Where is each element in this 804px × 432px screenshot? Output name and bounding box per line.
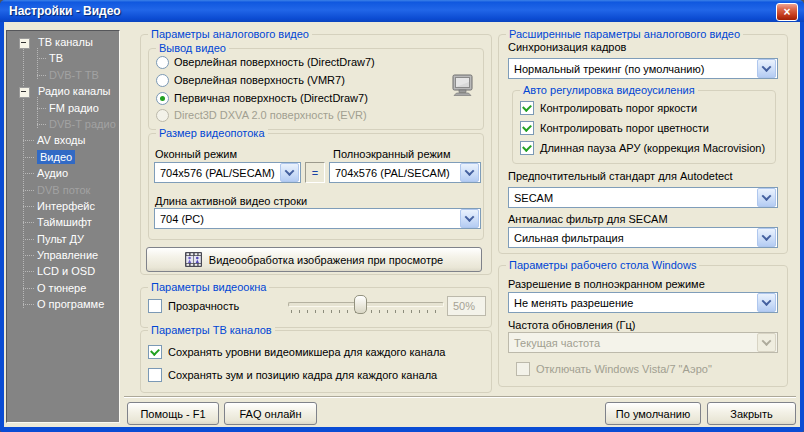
preferred-standard-select[interactable]: SECAM xyxy=(508,187,778,208)
sidebar-item-tv-channels[interactable]: ТВ каналы xyxy=(7,34,119,50)
close-dialog-button[interactable]: Закрыть xyxy=(707,402,796,425)
radio-icon xyxy=(156,56,169,69)
footer-divider xyxy=(124,396,796,398)
sidebar-item-dvbt-tv: DVB-T ТВ xyxy=(7,67,119,83)
sidebar-item-dvbt-radio: DVB-T радио xyxy=(7,116,119,132)
group-title: Вывод видео xyxy=(156,42,229,55)
frame-sync-label: Синхронизация кадров xyxy=(508,41,626,53)
sidebar-item-control[interactable]: Управление xyxy=(7,247,119,263)
help-button[interactable]: Помощь - F1 xyxy=(127,402,219,425)
settings-tree: ТВ каналы ТВ DVB-T ТВ Радио каналы FM ра… xyxy=(7,34,119,313)
collapse-minus-icon[interactable] xyxy=(19,38,30,49)
frame-sync-select[interactable]: Нормальный трекинг (по умолчанию) xyxy=(508,58,778,79)
settings-nav-sidebar: ТВ каналы ТВ DVB-T ТВ Радио каналы FM ра… xyxy=(6,30,120,423)
fullscreen-resolution-label: Разрешение в полноэкранном режиме xyxy=(508,278,705,290)
group-title: Размер видеопотока xyxy=(156,127,268,140)
sidebar-item-video[interactable]: Видео xyxy=(7,149,119,165)
group-title: Параметры рабочего стола Windows xyxy=(506,259,699,272)
checkbox-checked-icon xyxy=(520,101,534,115)
chevron-down-icon xyxy=(460,209,479,228)
sidebar-item-tv[interactable]: ТВ xyxy=(7,50,119,66)
film-strip-icon xyxy=(185,252,202,267)
line-length-label: Длина активной видео строки xyxy=(155,195,307,207)
sidebar-item-lcd-osd[interactable]: LCD и OSD xyxy=(7,263,119,279)
window-title: Настройки - Видео xyxy=(0,4,121,18)
sidebar-item-about-program[interactable]: О программе xyxy=(7,296,119,312)
sidebar-item-dvb-stream: DVB поток xyxy=(7,182,119,198)
refresh-rate-select: Текущая частота xyxy=(508,332,778,353)
close-button[interactable]: × xyxy=(776,3,798,21)
transparency-value-field: 50% xyxy=(447,296,486,316)
save-mixer-levels-checkbox[interactable]: Сохранять уровни видеомикшера для каждог… xyxy=(148,345,445,359)
refresh-rate-label: Частота обновления (Гц) xyxy=(508,319,635,331)
radio-selected-icon xyxy=(156,92,169,105)
line-length-select[interactable]: 704 (РС) xyxy=(154,208,481,229)
fullscreen-mode-label: Полноэкранный режим xyxy=(333,148,451,160)
transparency-checkbox[interactable]: Прозрачность xyxy=(148,299,239,313)
radio-overlay-vmr7[interactable]: Оверлейная поверхность (VMR7) xyxy=(156,73,345,87)
checkbox-checked-icon xyxy=(520,141,534,155)
radio-primary-directdraw7[interactable]: Первичная поверхность (DirectDraw7) xyxy=(156,91,368,105)
group-title: Расширенные параметры аналогового видео xyxy=(506,28,743,41)
defaults-button[interactable]: По умолчанию xyxy=(605,402,701,425)
video-processing-button[interactable]: Видеообработка изображения при просмотре xyxy=(146,247,482,272)
faq-online-button[interactable]: FAQ онлайн xyxy=(224,402,317,425)
slider-thumb[interactable] xyxy=(354,295,367,314)
transparency-slider[interactable] xyxy=(288,296,444,314)
sidebar-item-interface[interactable]: Интерфейс xyxy=(7,198,119,214)
fullscreen-size-select[interactable]: 704x576 (PAL/SECAM) xyxy=(329,162,481,183)
collapse-minus-icon[interactable] xyxy=(19,87,30,98)
sidebar-item-fm-radio[interactable]: FM радио xyxy=(7,100,119,116)
group-title: Параметры видеоокна xyxy=(148,281,269,294)
sidebar-item-audio[interactable]: Аудио xyxy=(7,165,119,181)
title-bar: Настройки - Видео × xyxy=(0,0,804,22)
checkbox-icon xyxy=(148,299,162,313)
preferred-standard-label: Предпочтительный стандарт для Autodetect xyxy=(508,170,733,182)
chevron-down-icon xyxy=(757,333,776,352)
sidebar-item-av-inputs[interactable]: AV входы xyxy=(7,132,119,148)
radio-disabled-icon xyxy=(156,109,169,122)
monitor-icon xyxy=(450,74,476,98)
chevron-down-icon xyxy=(757,188,776,207)
chevron-down-icon xyxy=(757,293,776,312)
agc-pause-checkbox[interactable]: Длинная пауза АРУ (коррекция Macrovision… xyxy=(520,141,765,155)
tv-channels-params-group: Параметры ТВ каналов xyxy=(140,330,492,393)
save-zoom-position-checkbox[interactable]: Сохранять зум и позицию кадра для каждог… xyxy=(148,368,437,382)
brightness-threshold-checkbox[interactable]: Контролировать порог яркости xyxy=(520,101,697,115)
windowed-mode-label: Оконный режим xyxy=(155,148,237,160)
sidebar-item-timeshift[interactable]: Таймшифт xyxy=(7,214,119,230)
sidebar-item-remote[interactable]: Пульт ДУ xyxy=(7,231,119,247)
chroma-threshold-checkbox[interactable]: Контролировать порог цветности xyxy=(520,121,709,135)
dialog-body: ТВ каналы ТВ DVB-T ТВ Радио каналы FM ра… xyxy=(4,22,800,427)
group-title: Параметры ТВ каналов xyxy=(148,324,275,337)
checkbox-disabled-icon xyxy=(516,362,530,376)
disable-aero-checkbox: Отключать Windows Vista/7 "Аэро" xyxy=(516,362,712,376)
sidebar-item-radio-channels[interactable]: Радио каналы xyxy=(7,83,119,99)
selected-item-highlight: Видео xyxy=(37,150,75,164)
chevron-down-icon xyxy=(757,228,776,247)
close-icon: × xyxy=(783,6,790,18)
settings-window: Настройки - Видео × ТВ каналы ТВ DVB-T Т… xyxy=(0,0,804,432)
checkbox-icon xyxy=(148,368,162,382)
antialias-filter-select[interactable]: Сильная фильтрация xyxy=(508,227,778,248)
radio-dxva-evr: Direct3D DXVA 2.0 поверхность (EVR) xyxy=(156,108,367,122)
chevron-down-icon xyxy=(280,163,299,182)
group-title: Авто регулировка видеоусиления xyxy=(520,84,698,97)
fullscreen-resolution-select[interactable]: Не менять разрешение xyxy=(508,292,778,313)
chevron-down-icon xyxy=(757,59,776,78)
radio-overlay-directdraw7[interactable]: Оверлейная поверхность (DirectDraw7) xyxy=(156,55,375,69)
radio-icon xyxy=(156,74,169,87)
checkbox-checked-icon xyxy=(520,121,534,135)
checkbox-checked-icon xyxy=(148,345,162,359)
windowed-size-select[interactable]: 704x576 (PAL/SECAM) xyxy=(154,162,301,183)
sidebar-item-about-tuner[interactable]: О тюнере xyxy=(7,280,119,296)
chevron-down-icon xyxy=(460,163,479,182)
antialias-filter-label: Антиалиас фильтр для SECAM xyxy=(508,213,668,225)
equals-indicator: = xyxy=(305,162,325,183)
group-title: Параметры аналогового видео xyxy=(148,28,312,41)
